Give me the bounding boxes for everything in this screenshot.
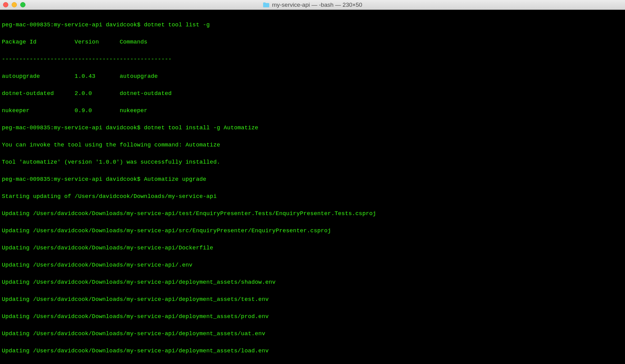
output-line: Updating /Users/davidcook/Downloads/my-s… [2, 244, 623, 252]
shell-prompt: peg-mac-009835:my-service-api davidcook$ [2, 176, 144, 183]
shell-prompt: peg-mac-009835:my-service-api davidcook$ [2, 125, 144, 131]
command-text: dotnet tool install -g Automatize [144, 125, 258, 131]
table-divider: ----------------------------------------… [2, 55, 623, 64]
table-row: dotnet-outdated 2.0.0 dotnet-outdated [2, 89, 623, 98]
output-line: Updating /Users/davidcook/Downloads/my-s… [2, 295, 623, 304]
window-title: my-service-api — -bash — 230×50 [263, 2, 362, 8]
close-button[interactable] [3, 2, 8, 7]
table-header: Package Id Version Commands [2, 38, 623, 47]
output-line: Updating /Users/davidcook/Downloads/my-s… [2, 210, 623, 218]
output-line: Tool 'automatize' (version '1.0.0') was … [2, 158, 623, 167]
output-line: Updating /Users/davidcook/Downloads/my-s… [2, 278, 623, 287]
output-line: Updating /Users/davidcook/Downloads/my-s… [2, 261, 623, 270]
output-line: Starting updating of /Users/davidcook/Do… [2, 192, 623, 201]
output-line: Updating /Users/davidcook/Downloads/my-s… [2, 347, 623, 355]
command-text: dotnet tool list -g [144, 22, 210, 28]
window-titlebar: my-service-api — -bash — 230×50 [0, 0, 625, 10]
traffic-lights [3, 2, 25, 7]
folder-icon [263, 2, 270, 8]
command-text: Automatize upgrade [144, 176, 206, 183]
terminal-output[interactable]: peg-mac-009835:my-service-api davidcook$… [0, 10, 625, 364]
shell-prompt: peg-mac-009835:my-service-api davidcook$ [2, 22, 144, 28]
output-line: Updating /Users/davidcook/Downloads/my-s… [2, 227, 623, 235]
output-line: Updating /Users/davidcook/Downloads/my-s… [2, 313, 623, 321]
maximize-button[interactable] [20, 2, 25, 7]
window-title-text: my-service-api — -bash — 230×50 [272, 2, 362, 8]
table-row: autoupgrade 1.0.43 autoupgrade [2, 72, 623, 81]
minimize-button[interactable] [12, 2, 17, 7]
table-row: nukeeper 0.9.0 nukeeper [2, 107, 623, 115]
output-line: Updating /Users/davidcook/Downloads/my-s… [2, 330, 623, 338]
output-line: You can invoke the tool using the follow… [2, 141, 623, 150]
